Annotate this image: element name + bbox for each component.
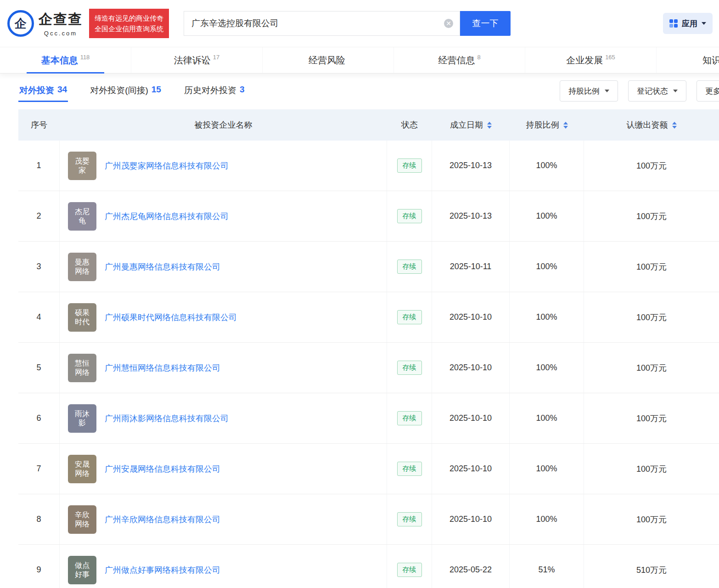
status-badge: 存续 xyxy=(397,158,422,173)
status-cell: 存续 xyxy=(387,494,432,544)
company-avatar: 慧恒 网络 xyxy=(68,354,96,382)
company-cell: 杰尼 龟 广州杰尼龟网络信息科技有限公司 xyxy=(60,191,387,241)
row-index: 5 xyxy=(18,343,60,393)
search-button[interactable]: 查一下 xyxy=(460,11,511,36)
filter-more[interactable]: 更多筛选 xyxy=(697,80,719,102)
subtab-outbound-investment[interactable]: 对外投资 34 xyxy=(18,79,68,103)
tab-intellectual-property[interactable]: 知识产权 xyxy=(657,47,719,73)
brand-text: 企查查 Qcc.com xyxy=(39,10,83,37)
status-cell: 存续 xyxy=(387,343,432,393)
company-name-link[interactable]: 广州辛欣网络信息科技有限公司 xyxy=(105,514,220,525)
company-name-link[interactable]: 广州慧恒网络信息科技有限公司 xyxy=(105,362,220,373)
established-date: 2025-10-10 xyxy=(432,444,510,494)
slogan-line2: 全国企业信用查询系统 xyxy=(95,23,163,34)
avatar-text-line: 雨沐 xyxy=(75,409,90,418)
subscribed-capital: 100万元 xyxy=(584,494,719,544)
status-badge: 存续 xyxy=(397,361,422,375)
filter-share-ratio[interactable]: 持股比例 xyxy=(560,80,618,102)
tab-count: 17 xyxy=(213,54,219,61)
subtab-label: 对外投资(间接) xyxy=(90,85,148,96)
filter-label: 更多筛选 xyxy=(705,86,719,96)
sort-icon[interactable] xyxy=(672,122,677,129)
established-date: 2025-10-10 xyxy=(432,292,510,342)
company-cell: 曼惠 网络 广州曼惠网络信息科技有限公司 xyxy=(60,242,387,292)
subtab-historical-investment[interactable]: 历史对外投资 3 xyxy=(183,79,246,103)
status-badge: 存续 xyxy=(397,563,422,577)
tab-label: 法律诉讼 xyxy=(174,54,211,67)
company-cell: 茂婴 家 广州茂婴家网络信息科技有限公司 xyxy=(60,141,387,191)
status-badge: 存续 xyxy=(397,512,422,526)
tab-business-info[interactable]: 经营信息 8 xyxy=(394,47,525,73)
avatar-text-line: 影 xyxy=(79,418,86,428)
company-avatar: 曼惠 网络 xyxy=(68,253,96,281)
avatar-text-line: 龟 xyxy=(79,216,86,226)
subtab-indirect-investment[interactable]: 对外投资(间接) 15 xyxy=(89,79,162,103)
tab-label: 经营风险 xyxy=(309,54,345,67)
avatar-text-line: 时代 xyxy=(75,317,90,327)
company-cell: 安晟 网络 广州安晟网络信息科技有限公司 xyxy=(60,444,387,494)
tab-company-development[interactable]: 企业发展 165 xyxy=(525,47,657,73)
search-clear-icon[interactable]: ✕ xyxy=(444,19,453,28)
search-input[interactable] xyxy=(184,11,460,35)
avatar-text-line: 辛欣 xyxy=(75,510,90,520)
chevron-down-icon xyxy=(605,90,609,92)
tab-operation-risk[interactable]: 经营风险 xyxy=(263,47,394,73)
main-tab-bar: 基本信息 118 法律诉讼 17 经营风险 经营信息 8 企业发展 165 知识… xyxy=(0,47,719,74)
tab-count: 8 xyxy=(477,54,480,61)
avatar-text-line: 硕果 xyxy=(75,308,90,317)
row-index: 2 xyxy=(18,191,60,241)
brand-domain: Qcc.com xyxy=(44,30,77,37)
col-share-ratio: 持股比例 xyxy=(510,119,584,130)
tab-legal-litigation[interactable]: 法律诉讼 17 xyxy=(131,47,263,73)
investment-toolbar: 对外投资 34 对外投资(间接) 15 历史对外投资 3 持股比例 登记状态 xyxy=(0,76,719,106)
table-row: 2 杰尼 龟 广州杰尼龟网络信息科技有限公司 存续 2025-10-13 100… xyxy=(18,191,719,242)
company-avatar: 安晟 网络 xyxy=(68,455,96,483)
subscribed-capital: 100万元 xyxy=(584,141,719,191)
established-date: 2025-10-13 xyxy=(432,141,510,191)
share-ratio: 100% xyxy=(510,343,584,393)
apps-grid-icon xyxy=(669,19,678,28)
filter-registration-status[interactable]: 登记状态 xyxy=(628,80,686,102)
company-avatar: 杰尼 龟 xyxy=(68,202,96,231)
apps-button[interactable]: 应用 xyxy=(663,13,713,34)
company-name-link[interactable]: 广州茂婴家网络信息科技有限公司 xyxy=(105,160,229,171)
avatar-text-line: 杰尼 xyxy=(75,207,90,216)
sort-icon[interactable] xyxy=(487,122,492,129)
company-name-link[interactable]: 广州硕果时代网络信息科技有限公司 xyxy=(105,312,237,323)
tab-count: 165 xyxy=(605,54,615,61)
search-box: ✕ xyxy=(184,11,460,36)
col-subscribed-capital: 认缴出资额 xyxy=(584,119,719,130)
company-name-link[interactable]: 广州曼惠网络信息科技有限公司 xyxy=(105,261,220,272)
company-name-link[interactable]: 广州雨沐影网络信息科技有限公司 xyxy=(105,413,229,424)
avatar-text-line: 茂婴 xyxy=(75,157,90,166)
table-header: 序号 被投资企业名称 状态 成立日期 持股比例 认缴出资额 xyxy=(18,109,719,141)
apps-label: 应用 xyxy=(682,18,697,29)
tab-basic-info[interactable]: 基本信息 118 xyxy=(0,47,131,73)
qcc-logo[interactable]: 企 企查查 Qcc.com xyxy=(7,10,83,37)
company-avatar: 做点 好事 xyxy=(68,556,96,584)
avatar-text-line: 曼惠 xyxy=(75,258,90,267)
slogan-banner: 缔造有远见的商业传奇 全国企业信用查询系统 xyxy=(89,9,169,39)
sort-icon[interactable] xyxy=(563,122,568,129)
share-ratio: 100% xyxy=(510,242,584,292)
col-no: 序号 xyxy=(18,119,60,130)
chevron-down-icon xyxy=(702,22,706,25)
avatar-text-line: 慧恒 xyxy=(75,359,90,368)
status-badge: 存续 xyxy=(397,209,422,223)
share-ratio: 100% xyxy=(510,393,584,443)
share-ratio: 100% xyxy=(510,191,584,241)
avatar-text-line: 网络 xyxy=(75,368,90,377)
subtab-label: 历史对外投资 xyxy=(184,85,236,96)
company-cell: 做点 好事 广州做点好事网络科技有限公司 xyxy=(60,545,387,588)
page: 企 企查查 Qcc.com 缔造有远见的商业传奇 全国企业信用查询系统 ✕ 查一… xyxy=(0,0,719,588)
company-name-link[interactable]: 广州做点好事网络科技有限公司 xyxy=(105,565,220,576)
tab-count: 118 xyxy=(80,54,90,61)
table-row: 7 安晟 网络 广州安晟网络信息科技有限公司 存续 2025-10-10 100… xyxy=(18,444,719,494)
company-name-link[interactable]: 广州杰尼龟网络信息科技有限公司 xyxy=(105,211,229,222)
status-cell: 存续 xyxy=(387,545,432,588)
company-name-link[interactable]: 广州安晟网络信息科技有限公司 xyxy=(105,464,220,475)
status-cell: 存续 xyxy=(387,393,432,443)
subtab-count: 34 xyxy=(57,85,67,96)
company-cell: 辛欣 网络 广州辛欣网络信息科技有限公司 xyxy=(60,494,387,544)
brand-name: 企查查 xyxy=(39,10,83,29)
